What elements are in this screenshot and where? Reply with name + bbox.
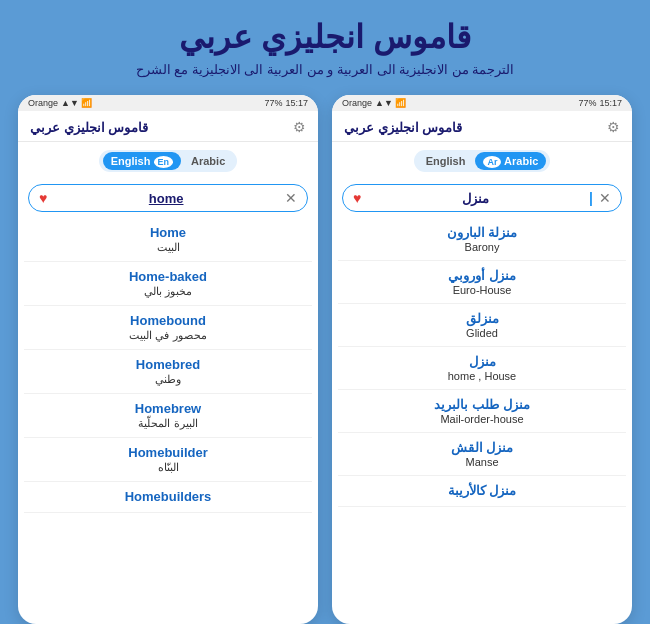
toggle-arabic-left[interactable]: Arabic [183, 152, 233, 170]
result-word: منزل أوروبي [342, 268, 622, 283]
result-translation: home , House [342, 370, 622, 382]
battery-left: 77% [264, 98, 282, 108]
result-word: Homebound [28, 313, 308, 328]
signal-right: ▲▼ 📶 [375, 98, 406, 108]
result-item[interactable]: Home البيت [24, 218, 312, 262]
search-bar-left: ♥ home ✕ [28, 184, 308, 212]
toggle-english-right[interactable]: English [418, 152, 474, 170]
results-list-right: منزلة البارون Barony منزل أوروبي Euro-Ho… [332, 218, 632, 624]
app-header: قاموس انجليزي عربي الترجمة من الانجليزية… [0, 0, 650, 87]
phone-header-left: قاموس انجليزي عربي ⚙ [18, 111, 318, 142]
battery-right: 77% [578, 98, 596, 108]
result-translation: مخبوز بالي [28, 285, 308, 298]
carrier-right: Orange [342, 98, 372, 108]
signal-left: ▲▼ 📶 [61, 98, 92, 108]
phones-container: Orange ▲▼ 📶 77% 15:17 قاموس انجليزي عربي… [0, 95, 650, 624]
result-item[interactable]: Home-baked مخبوز بالي [24, 262, 312, 306]
gear-icon-left[interactable]: ⚙ [293, 119, 306, 135]
result-item[interactable]: منزل القش Manse [338, 433, 626, 476]
status-bar-left: Orange ▲▼ 📶 77% 15:17 [18, 95, 318, 111]
result-translation: Glided [342, 327, 622, 339]
result-translation: البنّاه [28, 461, 308, 474]
result-item[interactable]: Homebrew البيرة المحلّية [24, 394, 312, 438]
language-toggle-right[interactable]: English Ar Arabic [414, 150, 551, 172]
search-bar-right: ♥ منزل | ✕ [342, 184, 622, 212]
app-sub-title: الترجمة من الانجليزية الى العربية و من ا… [20, 62, 630, 77]
result-translation: البيت [28, 241, 308, 254]
time-left: 15:17 [285, 98, 308, 108]
result-translation: البيرة المحلّية [28, 417, 308, 430]
heart-icon-right[interactable]: ♥ [353, 190, 361, 206]
result-item[interactable]: منزل home , House [338, 347, 626, 390]
close-icon-left[interactable]: ✕ [285, 190, 297, 206]
search-input-right[interactable]: منزل [367, 191, 583, 206]
result-word: منزلة البارون [342, 225, 622, 240]
result-translation: Barony [342, 241, 622, 253]
result-word: Homebuilders [28, 489, 308, 504]
result-word: Homebrew [28, 401, 308, 416]
cursor-right: | [589, 190, 593, 206]
toggle-row-left: English En Arabic [18, 142, 318, 180]
result-item[interactable]: Homebuilder البنّاه [24, 438, 312, 482]
status-bar-right: Orange ▲▼ 📶 77% 15:17 [332, 95, 632, 111]
result-translation: Manse [342, 456, 622, 468]
toggle-english-left[interactable]: English En [103, 152, 181, 170]
result-word: منزل طلب بالبريد [342, 397, 622, 412]
close-icon-right[interactable]: ✕ [599, 190, 611, 206]
result-word: Home [28, 225, 308, 240]
gear-icon-right[interactable]: ⚙ [607, 119, 620, 135]
result-word: Homebred [28, 357, 308, 372]
time-right: 15:17 [599, 98, 622, 108]
result-word: منزلق [342, 311, 622, 326]
result-item[interactable]: Homebred وطني [24, 350, 312, 394]
toggle-row-right: English Ar Arabic [332, 142, 632, 180]
result-item[interactable]: منزلق Glided [338, 304, 626, 347]
result-item[interactable]: منزل كالأريبة [338, 476, 626, 507]
result-translation: محصور في البيت [28, 329, 308, 342]
results-list-left: Home البيت Home-baked مخبوز بالي Homebou… [18, 218, 318, 624]
result-translation: وطني [28, 373, 308, 386]
phone-left: Orange ▲▼ 📶 77% 15:17 قاموس انجليزي عربي… [18, 95, 318, 624]
result-word: منزل القش [342, 440, 622, 455]
result-item[interactable]: Homebound محصور في البيت [24, 306, 312, 350]
app-title-right: قاموس انجليزي عربي [344, 120, 462, 135]
result-item[interactable]: منزل طلب بالبريد Mail-order-house [338, 390, 626, 433]
result-item[interactable]: منزل أوروبي Euro-House [338, 261, 626, 304]
result-translation: Mail-order-house [342, 413, 622, 425]
phone-right: Orange ▲▼ 📶 77% 15:17 قاموس انجليزي عربي… [332, 95, 632, 624]
language-toggle-left[interactable]: English En Arabic [99, 150, 238, 172]
phone-header-right: قاموس انجليزي عربي ⚙ [332, 111, 632, 142]
app-title-left: قاموس انجليزي عربي [30, 120, 148, 135]
toggle-arabic-right[interactable]: Ar Arabic [475, 152, 546, 170]
app-main-title: قاموس انجليزي عربي [20, 18, 630, 56]
result-item[interactable]: Homebuilders [24, 482, 312, 513]
result-word: Homebuilder [28, 445, 308, 460]
result-item[interactable]: منزلة البارون Barony [338, 218, 626, 261]
carrier-left: Orange [28, 98, 58, 108]
result-translation: Euro-House [342, 284, 622, 296]
result-word: منزل كالأريبة [342, 483, 622, 498]
result-word: منزل [342, 354, 622, 369]
result-word: Home-baked [28, 269, 308, 284]
heart-icon-left[interactable]: ♥ [39, 190, 47, 206]
search-input-left[interactable]: home [53, 191, 279, 206]
